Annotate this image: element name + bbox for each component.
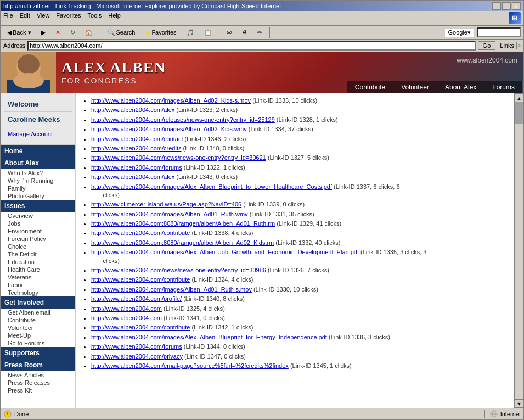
link-url[interactable]: http://www.alben2004.com/credits [91, 145, 181, 152]
link-url[interactable]: http://www.alben2004.com/contribute [91, 276, 190, 283]
link-url[interactable]: http://www.alben2004.com [91, 315, 162, 321]
back-button[interactable]: ◀ Back ▾ [3, 27, 35, 38]
sidebar-item-environment[interactable]: Environment [1, 227, 75, 235]
link-url[interactable]: http://www.alben2004.com/images/Alex_Alb… [91, 334, 327, 340]
sidebar-item-contribute[interactable]: Contribute [1, 316, 75, 324]
link-url[interactable]: http://www.alben2004.com:8080/ramgen/alb… [91, 220, 275, 227]
sidebar-item-get-alben-email[interactable]: Get Alben email [1, 309, 75, 316]
sidebar-item-labor[interactable]: Labor [1, 281, 75, 289]
maximize-button[interactable]: □ [502, 2, 511, 10]
scroll-up-button[interactable]: ▲ [515, 93, 523, 102]
refresh-button[interactable]: ↻ [66, 27, 79, 38]
sidebar-section-supporters[interactable]: Supporters [1, 347, 75, 359]
sidebar-item-news-articles[interactable]: News Articles [1, 371, 75, 379]
link-url[interactable]: http://www.alben2004.com [91, 305, 162, 312]
link-url[interactable]: http://www.alben2004.com/images/Alex_Alb… [91, 249, 359, 255]
link-url[interactable]: http://www.alben2004.com/contact [91, 136, 183, 142]
sidebar-item-why-running[interactable]: Why I'm Running [1, 177, 75, 184]
link-url[interactable]: http://www.alben2004.com/images/Alben_Ad… [91, 211, 248, 217]
sidebar-section-issues[interactable]: Issues [1, 200, 75, 212]
close-button[interactable]: × [512, 2, 521, 10]
sidebar-item-meet-up[interactable]: Meet-Up [1, 332, 75, 339]
forward-button[interactable]: ▶ [37, 27, 49, 38]
list-item: http://www.alben2004.com:8080/ramgen/alb… [91, 239, 510, 247]
list-item: http://www.alben2004.com/images/Alben_Ad… [91, 210, 510, 219]
link-url[interactable]: http://www.alben2004.com/alex [91, 173, 174, 180]
search-button[interactable]: 🔍 Search [104, 27, 139, 38]
sidebar-item-family[interactable]: Family [1, 184, 75, 192]
menu-file[interactable]: File [3, 12, 13, 24]
link-url[interactable]: http://www.alben2004.com/email-page?sour… [91, 362, 289, 369]
link-url[interactable]: http://www.ci.mercer-island.wa.us/Page.a… [91, 201, 241, 208]
nav-forums[interactable]: Forums [484, 81, 523, 93]
link-url[interactable]: http://www.alben2004.com/images/Alben_Ad… [91, 286, 252, 293]
scrollbar: ▲ ▼ [514, 93, 523, 408]
link-url[interactable]: http://www.alben2004.com/news/news-one-e… [91, 267, 266, 273]
list-item: http://www.alben2004.com/images/Alex_Alb… [91, 183, 510, 200]
sidebar-item-who-is-alex[interactable]: Who Is Alex? [1, 169, 75, 177]
link-url[interactable]: http://www.alben2004.com/profile/ [91, 295, 182, 302]
sidebar-section-get-involved[interactable]: Get Involved [1, 296, 75, 309]
sidebar-item-jobs[interactable]: Jobs [1, 220, 75, 227]
sidebar-item-veterans[interactable]: Veterans [1, 273, 75, 281]
go-button[interactable]: Go [478, 41, 496, 50]
edit-button[interactable]: ✏ [253, 27, 266, 38]
address-input[interactable] [27, 41, 475, 51]
sidebar-item-go-to-forums[interactable]: Go to Forums [1, 339, 75, 347]
list-item: http://www.alben2004.com/releases/news-o… [91, 116, 510, 124]
nav-contribute[interactable]: Contribute [347, 81, 393, 93]
link-url[interactable]: http://www.alben2004.com:8080/ramgen/alb… [91, 239, 274, 246]
media-button[interactable]: 🎵 [183, 27, 198, 38]
stop-button[interactable]: ✕ [52, 27, 64, 38]
sidebar-item-technology[interactable]: Technology [1, 289, 75, 296]
sidebar-section-press-room[interactable]: Press Room [1, 359, 75, 371]
scrollbar-track[interactable] [515, 102, 523, 399]
scroll-down-button[interactable]: ▼ [515, 399, 523, 408]
toolbar-separator-1 [100, 27, 100, 38]
menu-favorites[interactable]: Favorites [56, 12, 81, 24]
nav-about[interactable]: About Alex [437, 81, 484, 93]
sidebar-item-foreign-policy[interactable]: Foreign Policy [1, 235, 75, 243]
menu-help[interactable]: Help [108, 12, 121, 24]
favorites-button[interactable]: ★ Favorites [141, 27, 180, 38]
sidebar-item-overview[interactable]: Overview [1, 212, 75, 220]
menu-tools[interactable]: Tools [88, 12, 102, 24]
sidebar-item-volunteer[interactable]: Volunteer [1, 324, 75, 332]
link-url[interactable]: http://www.alben2004.com/contribute [91, 324, 190, 331]
site-header: ALEX ALBEN FOR CONGRESS www.alben2004.co… [1, 52, 523, 93]
link-url[interactable]: http://www.alben2004.com/releases/news-o… [91, 116, 275, 123]
link-url[interactable]: http://www.alben2004.com/images/Alben_Ad… [91, 97, 251, 104]
manage-account-link[interactable]: Manage Account [4, 127, 72, 141]
link-url[interactable]: http://www.alben2004.com/forums [91, 164, 182, 171]
sidebar-item-photo-gallery[interactable]: Photo Gallery [1, 192, 75, 200]
candidate-subtitle: FOR CONGRESS [61, 76, 166, 85]
link-url[interactable]: http://www.alben2004.com/privacy [91, 353, 183, 360]
sidebar-section-about[interactable]: About Alex [1, 157, 75, 169]
mail-button[interactable]: ✉ [223, 27, 235, 38]
nav-volunteer[interactable]: Volunteer [393, 81, 437, 93]
sidebar-item-education[interactable]: Education [1, 258, 75, 266]
sidebar-section-home[interactable]: Home [1, 145, 75, 157]
sidebar-item-press-releases[interactable]: Press Releases [1, 379, 75, 387]
link-url[interactable]: http://www.alben2004.com/contribute [91, 229, 190, 236]
sidebar: Welcome Caroline Meeks Manage Account Ho… [1, 93, 76, 408]
link-url[interactable]: http://www.alben2004.com/forums [91, 343, 182, 350]
minimize-button[interactable]: _ [492, 2, 501, 10]
history-button[interactable]: 📋 [200, 27, 216, 38]
menu-edit[interactable]: Edit [20, 12, 30, 24]
menu-view[interactable]: View [37, 12, 50, 24]
sidebar-item-the-deficit[interactable]: The Deficit [1, 250, 75, 258]
print-button[interactable]: 🖨 [238, 27, 251, 37]
browser-content: ALEX ALBEN FOR CONGRESS www.alben2004.co… [1, 52, 523, 408]
google-search-input[interactable] [477, 27, 521, 37]
link-url[interactable]: http://www.alben2004.com/images/Alex_Alb… [91, 183, 332, 190]
sidebar-item-press-kit[interactable]: Press Kit [1, 387, 75, 394]
link-url[interactable]: http://www.alben2004.com/alex [91, 107, 174, 113]
svg-text:!: ! [7, 411, 9, 417]
scrollbar-thumb[interactable] [515, 102, 523, 124]
sidebar-item-health-care[interactable]: Health Care [1, 266, 75, 273]
link-url[interactable]: http://www.alben2004.com/news/news-one-e… [91, 154, 266, 161]
link-url[interactable]: http://www.alben2004.com/images/Alben_Ad… [91, 126, 247, 132]
sidebar-item-choice[interactable]: Choice [1, 243, 75, 250]
home-button[interactable]: 🏠 [81, 27, 97, 38]
